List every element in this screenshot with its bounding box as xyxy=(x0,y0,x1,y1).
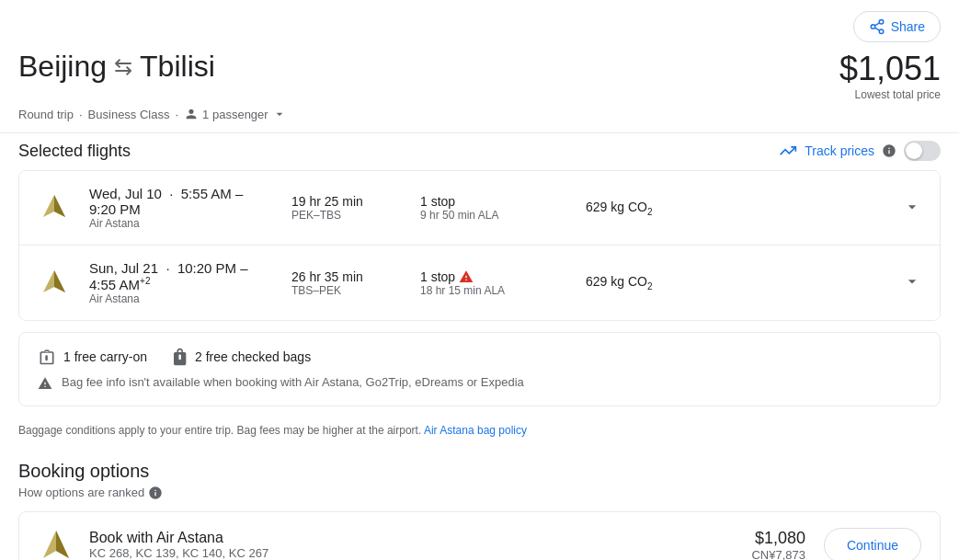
emissions-text-2: 629 kg CO2 xyxy=(586,274,885,291)
svg-marker-8 xyxy=(54,270,65,292)
svg-point-1 xyxy=(871,25,875,29)
flight-stops: 1 stop 9 hr 50 min ALA xyxy=(420,194,567,222)
flight-duration-2: 26 hr 35 min TBS–PEK xyxy=(291,269,402,297)
checked-bag-item: 2 free checked bags xyxy=(169,348,311,366)
person-icon xyxy=(184,107,199,121)
booking-title: Booking options xyxy=(18,461,941,482)
booking-cny: CN¥7,873 xyxy=(751,548,805,560)
checked-label: 2 free checked bags xyxy=(195,349,311,364)
expand-icon[interactable] xyxy=(903,198,921,219)
route-code-2: TBS–PEK xyxy=(291,284,402,297)
stops-detail-2: 18 hr 15 min ALA xyxy=(420,284,567,297)
duration-time-2: 26 hr 35 min xyxy=(291,269,402,284)
baggage-note-text: Baggage conditions apply to your entire … xyxy=(18,424,421,437)
header-section: Beijing ⇆ Tbilisi $1,051 Lowest total pr… xyxy=(0,42,959,105)
chevron-down-icon xyxy=(272,107,287,121)
origin-city: Beijing xyxy=(18,50,107,84)
route-title: Beijing ⇆ Tbilisi xyxy=(18,50,215,84)
trending-icon xyxy=(779,142,797,160)
booking-codes: KC 268, KC 139, KC 140, KC 267 xyxy=(89,546,751,560)
share-button[interactable]: Share xyxy=(853,11,941,42)
stops-detail: 9 hr 50 min ALA xyxy=(420,209,567,222)
lowest-label: Lowest total price xyxy=(839,88,941,101)
baggage-note: Baggage conditions apply to your entire … xyxy=(0,417,959,446)
baggage-section: 1 free carry-on 2 free checked bags Bag … xyxy=(18,332,941,406)
track-prices-toggle[interactable] xyxy=(904,141,941,161)
baggage-warning: Bag fee info isn't available when bookin… xyxy=(38,375,921,391)
booking-section: Booking options How options are ranked B… xyxy=(0,446,959,560)
dot-separator: · xyxy=(79,108,83,121)
total-price: $1,051 xyxy=(839,50,941,88)
booking-air-astana-icon xyxy=(38,527,74,560)
dot-separator-2: · xyxy=(175,108,178,121)
airline-logo xyxy=(38,191,71,224)
baggage-policy-link[interactable]: Air Astana bag policy xyxy=(424,424,527,437)
flight-info: Wed, Jul 10 · 5:55 AM – 9:20 PM Air Asta… xyxy=(89,186,273,230)
air-astana-logo-icon-2 xyxy=(38,267,71,300)
passenger-selector[interactable]: 1 passenger xyxy=(184,107,287,121)
booking-card: Book with Air Astana KC 268, KC 139, KC … xyxy=(18,511,941,560)
flight-emissions-2: 629 kg CO2 xyxy=(586,274,885,291)
share-label: Share xyxy=(891,19,925,34)
svg-point-2 xyxy=(879,29,884,34)
booking-subtitle-text: How options are ranked xyxy=(18,486,144,499)
booking-airline-logo xyxy=(38,527,74,560)
flight-carrier-2: Air Astana xyxy=(89,292,273,305)
stops-label-2: 1 stop xyxy=(420,269,567,284)
cabin-class: Business Class xyxy=(88,108,170,121)
carry-on-label: 1 free carry-on xyxy=(63,349,147,364)
carry-on-icon xyxy=(38,348,56,366)
baggage-row: 1 free carry-on 2 free checked bags xyxy=(38,348,921,366)
flight-time-2: Sun, Jul 21 · 10:20 PM – 4:55 AM+2 xyxy=(89,260,273,292)
price-section: $1,051 Lowest total price xyxy=(839,50,941,101)
svg-marker-10 xyxy=(56,531,69,558)
flight-duration: 19 hr 25 min PEK–TBS xyxy=(291,194,402,222)
svg-line-4 xyxy=(874,23,879,26)
flight-row[interactable]: Wed, Jul 10 · 5:55 AM – 9:20 PM Air Asta… xyxy=(19,171,940,246)
flight-info-2: Sun, Jul 21 · 10:20 PM – 4:55 AM+2 Air A… xyxy=(89,260,273,305)
carry-on-item: 1 free carry-on xyxy=(38,348,147,366)
section-header: Selected flights Track prices xyxy=(0,132,959,170)
flight-date-2: Sun, Jul 21 xyxy=(89,260,158,276)
warning-icon xyxy=(459,269,474,284)
booking-price-area: $1,080 CN¥7,873 xyxy=(751,529,805,560)
airline-logo-2 xyxy=(38,267,71,300)
expand-icon-2[interactable] xyxy=(903,272,921,293)
flight-time: Wed, Jul 10 · 5:55 AM – 9:20 PM xyxy=(89,186,273,217)
flight-stops-2: 1 stop 18 hr 15 min ALA xyxy=(420,269,567,297)
track-prices-label: Track prices xyxy=(805,143,874,158)
baggage-warning-text: Bag fee info isn't available when bookin… xyxy=(62,375,524,389)
destination-city: Tbilisi xyxy=(140,50,215,84)
booking-details: Book with Air Astana KC 268, KC 139, KC … xyxy=(89,530,751,560)
svg-point-0 xyxy=(879,20,884,25)
continue-button[interactable]: Continue xyxy=(824,528,921,560)
checked-bag-icon xyxy=(169,348,188,366)
flight-carrier: Air Astana xyxy=(89,217,273,230)
flight-row-2[interactable]: Sun, Jul 21 · 10:20 PM – 4:55 AM+2 Air A… xyxy=(19,246,940,320)
flight-emissions: 629 kg CO2 xyxy=(586,200,885,217)
emissions-text: 629 kg CO2 xyxy=(586,200,885,217)
air-astana-logo-icon xyxy=(38,191,71,224)
trip-info: Round trip · Business Class · 1 passenge… xyxy=(0,105,959,132)
info-icon[interactable] xyxy=(882,143,896,158)
share-icon xyxy=(869,18,885,35)
baggage-warning-icon xyxy=(38,376,52,391)
passenger-count: 1 passenger xyxy=(202,108,268,121)
ranking-info-icon[interactable] xyxy=(148,486,163,500)
section-title: Selected flights xyxy=(18,142,131,161)
stops-label: 1 stop xyxy=(420,194,567,209)
flights-container: Wed, Jul 10 · 5:55 AM – 9:20 PM Air Asta… xyxy=(18,170,941,321)
route-arrow-icon: ⇆ xyxy=(114,54,132,80)
track-prices-area: Track prices xyxy=(779,141,941,161)
booking-name: Book with Air Astana xyxy=(89,530,751,546)
booking-subtitle: How options are ranked xyxy=(18,486,941,500)
flight-date: Wed, Jul 10 xyxy=(89,186,162,201)
top-bar: Share xyxy=(0,0,959,42)
trip-type: Round trip xyxy=(18,108,74,121)
duration-time: 19 hr 25 min xyxy=(291,194,402,209)
svg-marker-6 xyxy=(54,195,65,217)
svg-line-3 xyxy=(874,28,879,30)
route-code: PEK–TBS xyxy=(291,209,402,222)
booking-price: $1,080 xyxy=(751,529,805,548)
